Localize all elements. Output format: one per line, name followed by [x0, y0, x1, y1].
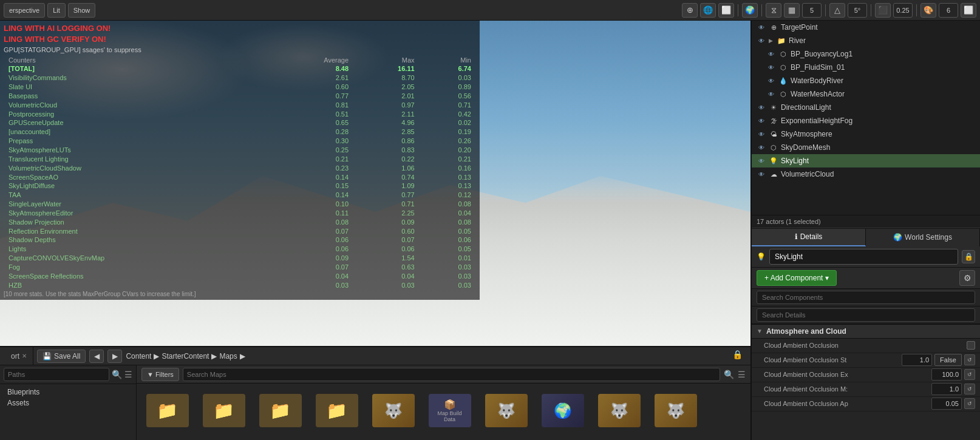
forward-btn[interactable]: ▶ — [107, 350, 122, 363]
list-item[interactable]: 👁 ⬡ BP_FluidSim_01 — [752, 61, 980, 74]
scale-icon[interactable]: ⬜ — [718, 3, 734, 18]
list-item[interactable]: 👁 💧 WaterBodyRiver — [752, 74, 980, 87]
list-item[interactable]: 👁 ⊕ TargetPoint — [752, 21, 980, 34]
list-item[interactable]: 🌍 — [537, 394, 588, 430]
list-item[interactable]: 📁 — [311, 394, 362, 430]
tab-world-settings[interactable]: 🌍 World Settings — [866, 229, 980, 246]
visibility-icon[interactable]: 👁 — [757, 116, 766, 126]
perspective-btn[interactable]: erspective — [4, 3, 45, 18]
list-item[interactable]: 🐺 — [593, 394, 645, 430]
tab-details[interactable]: ℹ Details — [752, 229, 866, 246]
browser-tab[interactable]: ort ✕ — [5, 347, 33, 365]
prop-num-input[interactable] — [931, 368, 962, 381]
visibility-icon[interactable]: 👁 — [757, 36, 766, 46]
stat-max: 0.83 — [353, 146, 420, 155]
stat-min: 0.01 — [420, 254, 476, 263]
list-item[interactable]: 👁 ☁ VolumetricCloud — [752, 168, 980, 181]
settings-gear-btn[interactable]: ⚙ — [959, 270, 975, 286]
rotate-icon[interactable]: 🌐 — [700, 3, 716, 18]
list-item[interactable]: 👁 🌤 SkyAtmosphere — [752, 127, 980, 141]
list-item[interactable]: 🐺 — [650, 394, 701, 430]
show-btn[interactable]: Show — [68, 3, 96, 18]
visibility-icon[interactable]: 👁 — [766, 49, 776, 59]
grid-icon[interactable]: ▦ — [784, 3, 800, 18]
viewport[interactable]: LING WITH AI LOGGING ON! LING WITH GC VE… — [0, 21, 750, 346]
lit-btn[interactable]: Lit — [47, 3, 66, 18]
stat-avg: 0.06 — [267, 245, 353, 254]
visibility-icon[interactable]: 👁 — [757, 103, 766, 112]
save-all-btn[interactable]: 💾 Save All — [37, 350, 86, 363]
prop-value — [967, 341, 975, 350]
camera-icon[interactable]: 🎨 — [920, 3, 936, 18]
search-icon[interactable]: 🔍 — [724, 370, 734, 379]
actor-name-input[interactable] — [769, 249, 958, 265]
breadcrumb-starter: StarterContent — [162, 352, 209, 360]
prop-reset-btn[interactable]: ↺ — [964, 384, 975, 394]
details-content: 💡 🔒 + Add Component ▾ ⚙ ▼ Atmosphere and… — [752, 246, 980, 441]
list-item[interactable]: 🐺 — [367, 394, 419, 430]
stat-max: 2.05 — [353, 83, 420, 92]
visibility-icon[interactable]: 👁 — [757, 156, 766, 166]
stat-min: 0.12 — [420, 191, 476, 200]
save-all-label: Save All — [54, 352, 80, 360]
stat-name: VolumetricCloud — [4, 101, 267, 110]
filters-btn[interactable]: ▼ Filters — [141, 368, 179, 381]
list-item[interactable]: 👁 💡 SkyLight — [752, 154, 980, 168]
stat-name: TAA — [4, 191, 267, 200]
icon-count: 6 — [939, 3, 958, 18]
actor-lock-btn[interactable]: 🔒 — [962, 250, 975, 263]
translate-icon[interactable]: ⊕ — [682, 3, 698, 18]
visibility-icon[interactable]: 👁 — [757, 169, 766, 179]
list-item[interactable]: 👁 ⬡ SkyDomeMesh — [752, 141, 980, 154]
scale-snap-icon[interactable]: ⬛ — [875, 3, 891, 18]
prop-reset-btn[interactable]: ↺ — [964, 369, 975, 380]
list-item[interactable]: 📁 — [141, 394, 193, 430]
sidebar-search-input[interactable] — [4, 368, 109, 381]
search-components-input[interactable] — [757, 291, 975, 304]
prop-num-input[interactable] — [931, 383, 962, 395]
sidebar-search-icon[interactable]: 🔍 — [112, 370, 122, 379]
prop-false-btn[interactable]: False — [934, 354, 962, 366]
maps-search-input[interactable] — [183, 368, 720, 381]
browser-tab-close[interactable]: ✕ — [22, 353, 27, 359]
visibility-icon[interactable]: 👁 — [766, 63, 776, 72]
angle-icon[interactable]: △ — [829, 3, 845, 18]
list-item[interactable]: 👁 ☀ DirectionalLight — [752, 101, 980, 114]
prop-num-input[interactable] — [931, 398, 962, 410]
list-item[interactable]: 📦 Map BuildData — [424, 394, 475, 430]
list-item[interactable]: 👁 ⬡ WaterMeshActor — [752, 87, 980, 101]
section-atmosphere[interactable]: ▼ Atmosphere and Cloud — [752, 324, 980, 339]
sidebar-list-icon[interactable]: ☰ — [124, 370, 132, 379]
prop-num-input[interactable] — [902, 354, 932, 366]
list-view-icon[interactable]: ☰ — [738, 370, 746, 379]
snap-icon[interactable]: ⧖ — [766, 3, 781, 18]
stat-name: [unaccounted] — [4, 127, 267, 137]
visibility-icon[interactable]: 👁 — [766, 76, 776, 86]
stat-min: 0.08 — [420, 200, 476, 209]
world-icon[interactable]: 🌍 — [742, 3, 758, 18]
list-item[interactable]: 👁 ⬡ BP_BuoyancyLog1 — [752, 47, 980, 61]
list-item[interactable]: 📁 — [198, 394, 250, 430]
visibility-icon[interactable]: 👁 — [757, 129, 766, 139]
prop-reset-btn[interactable]: ↺ — [964, 398, 975, 409]
sidebar-item-blueprints[interactable]: Blueprints — [0, 387, 136, 398]
list-item[interactable]: 🐺 — [480, 394, 532, 430]
table-row: Reflection Environment 0.07 0.60 0.05 — [4, 227, 476, 236]
search-details-input[interactable] — [757, 308, 975, 322]
stat-name: Prepass — [4, 137, 267, 146]
warning2: LING WITH GC VERIFY ON! — [4, 34, 476, 45]
add-component-btn[interactable]: + Add Component ▾ — [757, 270, 837, 286]
visibility-icon[interactable]: 👁 — [766, 89, 776, 99]
maximize-icon[interactable]: ⬜ — [961, 3, 976, 18]
prop-reset-btn[interactable]: ↺ — [964, 354, 975, 365]
list-item[interactable]: 👁 🌫 ExponentialHeightFog — [752, 114, 980, 127]
back-btn[interactable]: ◀ — [89, 350, 104, 363]
list-item[interactable]: 📁 — [254, 394, 306, 430]
visibility-icon[interactable]: 👁 — [757, 22, 766, 32]
list-item[interactable]: 👁 ▶📁 River — [752, 34, 980, 47]
sidebar-item-assets[interactable]: Assets — [0, 398, 136, 408]
prop-label: Cloud Ambient Occlusion Ex — [764, 371, 928, 378]
lock-btn[interactable]: 🔒 — [732, 350, 746, 363]
prop-checkbox[interactable] — [967, 341, 975, 350]
visibility-icon[interactable]: 👁 — [757, 143, 766, 152]
